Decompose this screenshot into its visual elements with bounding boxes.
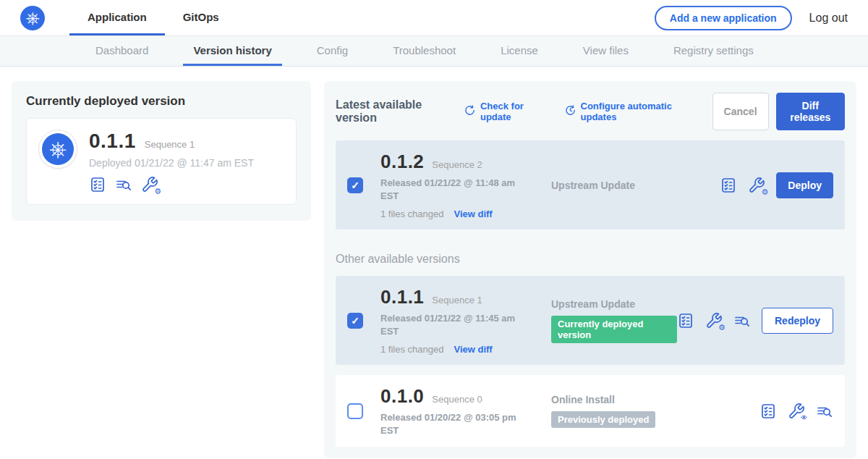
latest-version-title: Latest available version — [336, 98, 454, 125]
deployed-version-card: 0.1.1 Sequence 1 Deployed 01/21/22 @ 11:… — [26, 118, 297, 205]
kubernetes-logo-icon — [20, 6, 45, 30]
app-logo-ring — [38, 130, 77, 169]
preflight-checklist-icon[interactable] — [89, 176, 106, 193]
deployed-version-number: 0.1.1 — [89, 130, 136, 153]
topnav-tabs: Application GitOps — [69, 0, 237, 35]
config-wrench-eye-icon[interactable] — [788, 403, 805, 420]
version-info: 0.1.0 Sequence 0 Released 01/20/22 @ 03:… — [380, 385, 551, 437]
config-wrench-gear-icon[interactable]: ⚙ — [705, 312, 723, 329]
logs-icon[interactable] — [115, 176, 132, 193]
view-diff-link[interactable]: View diff — [454, 344, 492, 355]
subnav-tab-license[interactable]: License — [490, 36, 548, 66]
sequence-label: Sequence 0 — [432, 394, 482, 405]
version-source: Upstream Update — [551, 180, 720, 191]
configure-automatic-updates-link[interactable]: Configure automatic updates — [564, 101, 697, 122]
version-number: 0.1.1 — [380, 286, 424, 308]
version-actions: ⚙ Deploy — [720, 172, 833, 198]
version-actions: ⚙ Redeploy — [677, 308, 833, 334]
subnav-tab-version-history[interactable]: Version history — [183, 36, 281, 66]
version-row-0-1-2: 0.1.2 Sequence 2 Released 01/21/22 @ 11:… — [336, 140, 845, 230]
redeploy-button[interactable]: Redeploy — [762, 308, 833, 334]
currently-deployed-title: Currently deployed version — [26, 94, 297, 109]
tab-gitops[interactable]: GitOps — [165, 0, 237, 35]
deployed-version-info: 0.1.1 Sequence 1 Deployed 01/21/22 @ 11:… — [89, 130, 254, 193]
released-timestamp: Released 01/21/22 @ 11:48 am EST — [380, 177, 525, 202]
version-checkbox[interactable] — [347, 403, 363, 419]
latest-version-header: Latest available version Check for updat… — [336, 93, 845, 130]
version-number: 0.1.2 — [380, 151, 424, 173]
released-timestamp: Released 01/21/22 @ 11:45 am EST — [380, 312, 525, 337]
preflight-checklist-icon[interactable] — [720, 177, 737, 194]
subnav-tab-config[interactable]: Config — [307, 36, 358, 66]
kubernetes-app-icon — [42, 133, 74, 165]
currently-deployed-panel: Currently deployed version 0.1.1 Sequenc… — [12, 81, 311, 221]
subnav-tab-registry-settings[interactable]: Registry settings — [663, 36, 764, 66]
deploy-button[interactable]: Deploy — [776, 172, 833, 198]
logs-icon[interactable] — [733, 312, 751, 329]
version-row-0-1-1: 0.1.1 Sequence 1 Released 01/21/22 @ 11:… — [336, 276, 845, 365]
version-source: Online Install Previously deployed — [551, 394, 760, 428]
subnav-tab-troubleshoot[interactable]: Troubleshoot — [383, 36, 466, 66]
other-versions-title: Other available versions — [336, 253, 845, 266]
config-wrench-gear-icon[interactable]: ⚙ — [748, 177, 765, 194]
version-number: 0.1.0 — [380, 385, 424, 408]
check-for-update-link[interactable]: Check for update — [464, 101, 548, 122]
version-info: 0.1.2 Sequence 2 Released 01/21/22 @ 11:… — [380, 151, 551, 219]
main-content: Currently deployed version 0.1.1 Sequenc… — [0, 67, 868, 458]
deployed-timestamp: Deployed 01/21/22 @ 11:47 am EST — [89, 157, 254, 169]
version-row-0-1-0: 0.1.0 Sequence 0 Released 01/20/22 @ 03:… — [336, 375, 845, 447]
version-actions — [760, 403, 833, 420]
refresh-icon — [464, 104, 476, 119]
deployed-sequence-label: Sequence 1 — [145, 139, 195, 150]
cancel-button[interactable]: Cancel — [712, 93, 769, 130]
version-source: Upstream Update Currently deployed versi… — [551, 298, 677, 343]
files-changed-label: 1 files changed — [380, 344, 443, 355]
app-subnav: Dashboard Version history Config Trouble… — [0, 36, 868, 67]
add-application-button[interactable]: Add a new application — [655, 6, 792, 30]
subnav-tab-view-files[interactable]: View files — [573, 36, 639, 66]
previously-deployed-badge: Previously deployed — [551, 411, 655, 428]
sequence-label: Sequence 1 — [432, 295, 482, 306]
brand — [20, 0, 45, 35]
logout-link[interactable]: Log out — [809, 12, 848, 25]
currently-deployed-badge: Currently deployed version — [551, 316, 677, 343]
available-versions-panel: Latest available version Check for updat… — [324, 81, 856, 458]
clock-refresh-icon — [564, 104, 576, 119]
logs-icon[interactable] — [816, 403, 833, 420]
topnav-right: Add a new application Log out — [655, 0, 848, 35]
subnav-tab-dashboard[interactable]: Dashboard — [85, 36, 158, 66]
version-checkbox[interactable] — [347, 313, 363, 329]
version-info: 0.1.1 Sequence 1 Released 01/21/22 @ 11:… — [380, 286, 551, 355]
released-timestamp: Released 01/20/22 @ 03:05 pm EST — [380, 411, 525, 437]
tab-application[interactable]: Application — [69, 0, 165, 35]
files-changed-label: 1 files changed — [380, 209, 443, 219]
top-navbar: Application GitOps Add a new application… — [0, 0, 868, 36]
config-wrench-gear-icon[interactable]: ⚙ — [141, 176, 158, 193]
view-diff-link[interactable]: View diff — [454, 209, 492, 219]
preflight-checklist-icon[interactable] — [677, 312, 694, 329]
preflight-checklist-icon[interactable] — [760, 403, 777, 420]
diff-releases-button[interactable]: Diff releases — [776, 93, 845, 130]
sequence-label: Sequence 2 — [432, 159, 482, 170]
version-checkbox[interactable] — [347, 177, 363, 193]
